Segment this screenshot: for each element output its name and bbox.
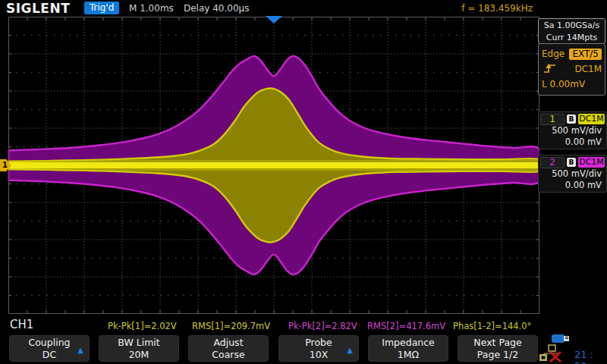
softkey-adjust[interactable]: Adjust Coarse <box>188 335 269 362</box>
ch2-coupling-badge: DC1M <box>578 157 605 168</box>
measurement-pkpk-ch1: Pk-Pk[1]=2.02V <box>108 321 177 331</box>
brand-logo: SIGLENT <box>6 1 70 16</box>
delay-readout: Delay 40.00μs <box>184 3 249 14</box>
measurement-phase: Phas[1-2]=144.0° <box>453 321 531 331</box>
ch1-scale: 500 mV/div <box>540 125 605 136</box>
softkey-value: Coarse <box>189 349 268 361</box>
trigger-source-badge[interactable]: EXT/5 <box>569 49 602 60</box>
softkey-impedance[interactable]: Impedance 1MΩ <box>368 335 448 362</box>
active-channel-label: CH1 <box>10 318 33 331</box>
softkey-value: 1MΩ <box>369 349 448 361</box>
softkey-bw-limit[interactable]: BW Limit 20M <box>99 335 179 362</box>
trigger-position-icon[interactable] <box>266 16 282 24</box>
ch1-offset: 0.00 mV <box>540 136 605 148</box>
waveform-display <box>8 17 539 314</box>
ch1-bw-limit-icon: B <box>567 115 576 124</box>
measurement-rms-ch1: RMS[1]=209.7mV <box>192 321 270 331</box>
softkey-label: BW Limit <box>99 337 178 349</box>
popup-arrow-icon: ▲ <box>347 344 353 356</box>
ch2-offset: 0.00 mV <box>540 180 605 191</box>
popup-arrow-icon: ▲ <box>77 344 83 356</box>
softkey-coupling[interactable]: Coupling DC ▲ <box>9 335 90 362</box>
trigger-coupling: DC1M <box>574 64 602 74</box>
rising-edge-icon <box>542 62 557 77</box>
channel-2-info-box[interactable]: 2 B DC1M 500 mV/div 0.00 mV <box>538 155 607 193</box>
frequency-counter: f = 183.459kHz <box>461 3 533 14</box>
softkey-label: Adjust <box>189 337 268 349</box>
trigger-status-badge: Trig'd <box>84 2 119 14</box>
acquisition-info-box: Sa 1.00GSa/s Curr 14Mpts <box>538 18 605 44</box>
oscilloscope-screen: SIGLENT Trig'd M 1.00ms Delay 40.00μs f … <box>0 0 607 364</box>
softkey-value: 20M <box>99 349 178 361</box>
trigger-level: L 0.00mV <box>542 79 585 89</box>
measurement-pkpk-ch2: Pk-Pk[2]=2.82V <box>288 321 357 331</box>
ch2-bw-limit-icon: B <box>567 158 576 167</box>
ch1-number: 1 <box>540 114 565 125</box>
softkey-label: Next Page <box>458 337 537 349</box>
channel-1-info-box[interactable]: 1 B DC1M 500 mV/div 0.00 mV <box>538 111 607 149</box>
waveform-svg <box>8 17 539 314</box>
softkey-probe[interactable]: Probe 10X ▲ <box>278 335 359 362</box>
memory-depth: Curr 14Mpts <box>539 32 605 44</box>
clock: 21 : 50 <box>574 349 607 364</box>
softkey-next-page[interactable]: Next Page Page 1/2 <box>458 335 538 362</box>
usb-icon <box>552 334 565 343</box>
usb-icon-connector <box>564 336 569 341</box>
ch2-scale: 500 mV/div <box>540 168 605 180</box>
softkey-value: Page 1/2 <box>458 349 537 361</box>
softkey-label: Impedance <box>369 337 448 349</box>
ch1-coupling-badge: DC1M <box>578 114 605 124</box>
trigger-mode: Edge <box>542 49 565 59</box>
lan-disconnected-icon <box>539 344 566 364</box>
trigger-panel[interactable]: Edge EXT/5 DC1M L 0.00mV <box>538 43 605 96</box>
ch2-number: 2 <box>540 157 565 168</box>
timebase-readout: M 1.00ms <box>129 3 174 14</box>
measurement-rms-ch2: RMS[2]=417.6mV <box>367 321 445 331</box>
sample-rate: Sa 1.00GSa/s <box>539 20 605 32</box>
